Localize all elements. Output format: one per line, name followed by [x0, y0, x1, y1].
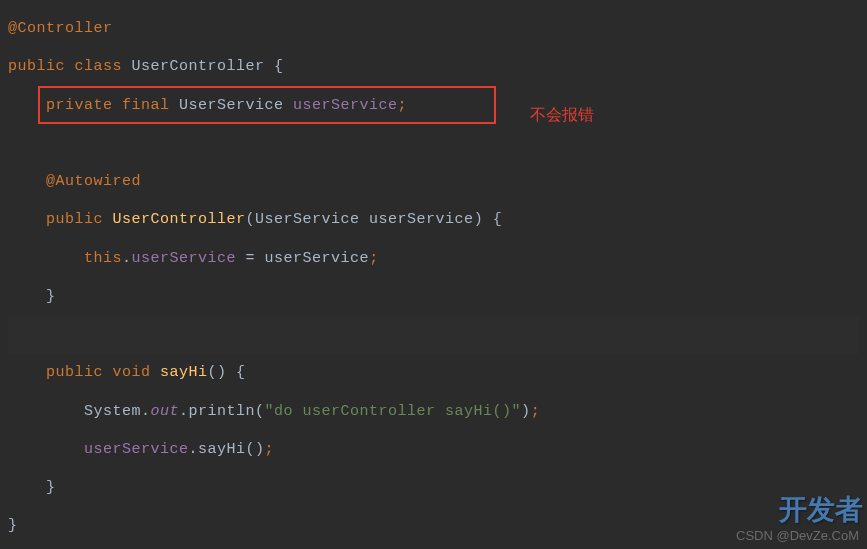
code-editor: @Controller public class UserController …: [0, 0, 867, 549]
code-line: public UserController(UserService userSe…: [8, 201, 859, 239]
code-line: @Controller: [8, 10, 859, 48]
code-line: }: [8, 469, 859, 507]
code-line: }: [8, 278, 859, 316]
autowired-annotation: @Autowired: [46, 173, 141, 190]
code-line: public class UserController {: [8, 48, 859, 86]
code-line: [8, 125, 859, 163]
code-line: @Autowired: [8, 163, 859, 201]
code-line: System.out.println("do userController sa…: [8, 393, 859, 431]
annotation-token: @Controller: [8, 20, 113, 37]
code-line: userService.sayHi();: [8, 431, 859, 469]
code-line: [8, 316, 859, 354]
code-line: public void sayHi() {: [8, 354, 859, 392]
annotation-text: 不会报错: [530, 105, 594, 126]
watermark-logo: 开发者: [779, 491, 863, 529]
code-line: private final UserService userService;: [8, 87, 859, 125]
code-line: }: [8, 507, 859, 545]
code-line: this.userService = userService;: [8, 240, 859, 278]
watermark-text: CSDN @DevZe.CoM: [736, 528, 859, 543]
